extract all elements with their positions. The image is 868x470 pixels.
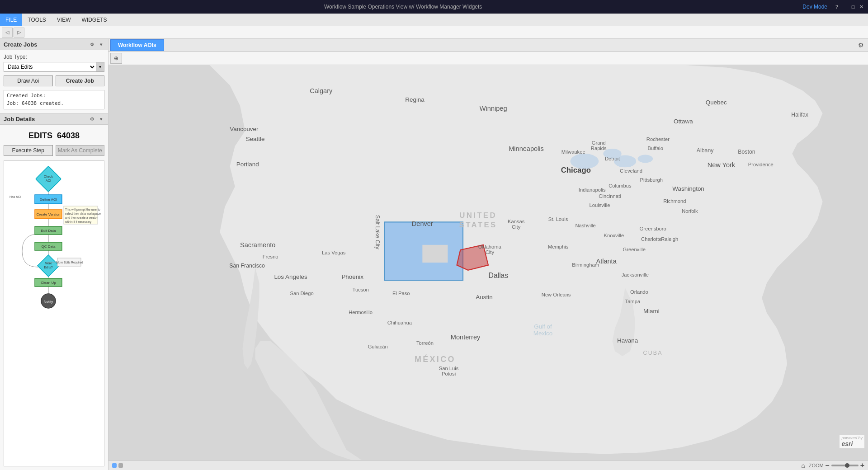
create-job-button[interactable]: Create Job (56, 75, 105, 86)
svg-text:Atlanta: Atlanta (596, 258, 617, 265)
svg-text:Clean Up: Clean Up (41, 281, 56, 285)
workflow-aois-tab[interactable]: Workflow AOIs (110, 39, 164, 51)
minimize-btn[interactable]: ─ (842, 4, 848, 10)
toolbar-back-btn[interactable]: ◁ (2, 28, 13, 38)
create-jobs-settings-btn[interactable]: ⚙ (88, 41, 95, 48)
svg-text:City: City (486, 249, 495, 255)
svg-text:Los Angeles: Los Angeles (274, 273, 307, 280)
home-btn[interactable]: ⌂ (801, 462, 805, 469)
svg-text:Oklahoma: Oklahoma (478, 244, 502, 249)
svg-text:Edits?: Edits? (44, 266, 53, 269)
job-details-header: Job Details ⚙ ▾ (0, 113, 108, 125)
created-jobs-output: Created Jobs:Job: 64038 created. (4, 90, 104, 109)
create-jobs-header: Create Jobs ⚙ ▾ (0, 39, 108, 50)
svg-text:Quebec: Quebec (706, 99, 727, 106)
job-details-title: Job Details (4, 116, 35, 122)
toolbar-forward-btn[interactable]: ▷ (14, 28, 24, 38)
maximize-btn[interactable]: □ (850, 4, 856, 10)
action-buttons-row: Draw Aoi Create Job (4, 75, 104, 86)
job-id-display: EDITS_64038 (4, 131, 104, 141)
close-btn[interactable]: ✕ (858, 4, 864, 10)
svg-text:Memphis: Memphis (548, 244, 569, 249)
svg-text:Cincinnati: Cincinnati (599, 193, 621, 199)
map-area[interactable]: Workflow AOIs ⚙ ⊕ (108, 39, 868, 470)
svg-text:Phoenix: Phoenix (341, 273, 363, 280)
svg-text:New Orleans: New Orleans (542, 292, 571, 297)
map-canvas[interactable]: Calgary Regina Winnipeg Quebec Ottawa Ha… (108, 65, 868, 460)
job-action-row: Execute Step Mark As Complete (4, 145, 104, 156)
svg-text:UNITED: UNITED (459, 211, 497, 220)
job-details-collapse-btn[interactable]: ▾ (97, 115, 104, 122)
job-type-dropdown-btn[interactable]: ▼ (96, 62, 104, 72)
svg-text:Guliacán: Guliacán (368, 344, 388, 349)
svg-text:Cleveland: Cleveland (620, 168, 642, 174)
nav-location-btn[interactable]: ⊕ (110, 53, 122, 64)
svg-text:CUBA: CUBA (643, 350, 663, 356)
execute-step-button[interactable]: Execute Step (4, 145, 53, 156)
svg-text:Charlotte: Charlotte (641, 236, 661, 242)
svg-text:Hermosillo: Hermosillo (349, 310, 373, 315)
svg-text:select their data workspace: select their data workspace (65, 212, 101, 216)
svg-text:and then create a version: and then create a version (65, 216, 99, 219)
svg-text:Providence: Providence (748, 162, 774, 167)
zoom-out-btn[interactable]: – (826, 461, 830, 470)
svg-text:City: City (512, 224, 521, 230)
titlebar: Workflow Sample Operations View w/ Workf… (0, 0, 868, 14)
powered-by-label: powered by (841, 436, 863, 440)
menu-tools[interactable]: TOOLS (22, 14, 51, 26)
svg-text:Chihuahua: Chihuahua (387, 320, 412, 325)
svg-text:Notify: Notify (44, 300, 53, 304)
workflow-svg: Check AOI Has AOI Define AOI Create Vers… (4, 161, 104, 324)
svg-text:Monterrey: Monterrey (451, 334, 481, 341)
map-status-bar: ⌂ ZOOM – + (108, 460, 868, 470)
zoom-slider[interactable] (831, 465, 859, 466)
svg-rect-42 (422, 245, 448, 263)
svg-text:Raleigh: Raleigh (661, 236, 678, 242)
svg-text:Washington: Washington (672, 185, 704, 192)
zoom-controls: ZOOM – + (809, 461, 864, 470)
svg-text:Birmingham: Birmingham (572, 262, 599, 268)
menu-view[interactable]: VIEW (52, 14, 76, 26)
svg-text:Knoxville: Knoxville (604, 233, 624, 238)
svg-text:QC Data: QC Data (41, 244, 56, 249)
create-jobs-section: Job Type: Data Edits ▼ Draw Aoi Create J… (0, 50, 108, 113)
svg-text:Minneapolis: Minneapolis (509, 145, 544, 152)
created-jobs-text: Created Jobs:Job: 64038 created. (7, 93, 64, 106)
svg-text:AOI: AOI (46, 179, 51, 182)
menu-file[interactable]: FILE (0, 14, 22, 26)
svg-text:St. Louis: St. Louis (548, 216, 568, 222)
job-type-select[interactable]: Data Edits (4, 62, 96, 72)
svg-text:Kansas: Kansas (508, 219, 525, 224)
job-details-settings-btn[interactable]: ⚙ (88, 115, 95, 122)
toolbar: ◁ ▷ (0, 26, 868, 39)
svg-text:Pittsburgh: Pittsburgh (640, 177, 663, 183)
svg-text:More Edits Required: More Edits Required (56, 261, 83, 264)
map-svg: Calgary Regina Winnipeg Quebec Ottawa Ha… (108, 65, 868, 460)
job-type-label: Job Type: (4, 54, 104, 60)
menu-widgets[interactable]: WIDGETS (76, 14, 112, 26)
map-settings-btn[interactable]: ⚙ (855, 40, 866, 50)
svg-text:Fresno: Fresno (263, 254, 278, 259)
svg-text:Buffalo: Buffalo (647, 146, 663, 151)
help-btn[interactable]: ? (834, 4, 840, 10)
svg-text:Check: Check (44, 175, 53, 178)
esri-brand: esri (841, 440, 863, 447)
svg-text:Miami: Miami (643, 308, 660, 315)
svg-text:Norfolk: Norfolk (682, 208, 698, 214)
svg-text:Detroit: Detroit (605, 156, 620, 161)
svg-text:San Francisco: San Francisco (229, 263, 265, 269)
create-jobs-collapse-btn[interactable]: ▾ (97, 41, 104, 48)
zoom-in-btn[interactable]: + (860, 461, 864, 470)
legend-dot-blue (112, 463, 117, 468)
svg-text:Winnipeg: Winnipeg (480, 105, 507, 112)
svg-text:Sacramento: Sacramento (240, 241, 275, 249)
svg-text:STATES: STATES (459, 221, 497, 229)
svg-text:Chicago: Chicago (561, 166, 591, 174)
draw-aoi-button[interactable]: Draw Aoi (4, 75, 53, 86)
workflow-diagram: Check AOI Has AOI Define AOI Create Vers… (4, 160, 104, 466)
svg-text:Gulf of: Gulf of (534, 323, 552, 330)
svg-text:Grand: Grand (592, 140, 606, 146)
svg-text:Austin: Austin (476, 294, 492, 301)
create-jobs-title: Create Jobs (4, 41, 37, 48)
svg-text:New York: New York (708, 161, 736, 169)
